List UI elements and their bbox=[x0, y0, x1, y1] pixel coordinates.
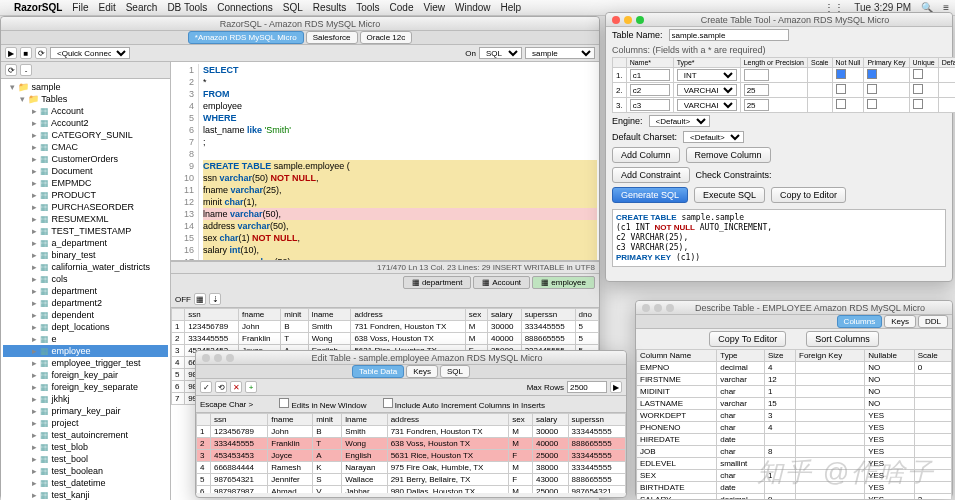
menu-search[interactable]: Search bbox=[126, 2, 158, 13]
unique-check[interactable] bbox=[913, 99, 923, 109]
notnull-check[interactable] bbox=[836, 84, 846, 94]
table-row[interactable]: EMPNOdecimal4NO0 bbox=[637, 362, 952, 374]
edit-table-grid[interactable]: ssnfnameminitlnameaddresssexsalarysupers… bbox=[196, 413, 626, 493]
table-row[interactable]: SALARYdecimal9YES2 bbox=[637, 494, 952, 500]
table-row[interactable]: LASTNAMEvarchar15NO bbox=[637, 398, 952, 410]
tree-table-a_department[interactable]: ▦ a_department bbox=[3, 237, 168, 249]
notnull-check[interactable] bbox=[836, 69, 846, 79]
result-tab-account[interactable]: ▦ Account bbox=[473, 276, 530, 289]
tab-rds[interactable]: *Amazon RDS MySQL Micro bbox=[188, 31, 304, 44]
tree-table-foreign_key_separate[interactable]: ▦ foreign_key_separate bbox=[3, 381, 168, 393]
tree-table-Account[interactable]: ▦ Account bbox=[3, 105, 168, 117]
grid-icon[interactable]: ▦ bbox=[194, 293, 206, 305]
create-table-preview[interactable]: CREATE TABLE sample.sample(c1 INT NOT NU… bbox=[612, 209, 946, 267]
edits-new-window-check[interactable]: Edits in New Window bbox=[279, 398, 366, 410]
tree-table-project[interactable]: ▦ project bbox=[3, 417, 168, 429]
ct-row[interactable]: 3.VARCHAR bbox=[613, 98, 956, 113]
describe-sort-button[interactable]: Sort Columns bbox=[806, 331, 879, 347]
tree-collapse-icon[interactable]: - bbox=[20, 64, 32, 76]
generate-sql-button[interactable]: Generate SQL bbox=[612, 187, 688, 203]
ct-row[interactable]: 2.VARCHAR bbox=[613, 83, 956, 98]
tree-table-binary_test[interactable]: ▦ binary_test bbox=[3, 249, 168, 261]
tree-table-PRODUCT[interactable]: ▦ PRODUCT bbox=[3, 189, 168, 201]
refresh-icon[interactable]: ⟳ bbox=[35, 47, 47, 59]
tree-root[interactable]: 📁 sample bbox=[3, 81, 168, 93]
col-name-input[interactable] bbox=[630, 69, 670, 81]
add-column-button[interactable]: Add Column bbox=[612, 147, 680, 163]
pk-check[interactable] bbox=[867, 69, 877, 79]
lang-select[interactable]: SQL bbox=[479, 47, 522, 59]
result-header[interactable] bbox=[172, 309, 185, 321]
tree-table-california_water_districts[interactable]: ▦ california_water_districts bbox=[3, 261, 168, 273]
tab-oracle[interactable]: Oracle 12c bbox=[360, 31, 413, 44]
add-constraint-button[interactable]: Add Constraint bbox=[612, 167, 690, 183]
table-row[interactable]: 3453453453JoyceAEnglish5631 Rice, Housto… bbox=[197, 450, 626, 462]
tree-table-e[interactable]: ▦ e bbox=[3, 333, 168, 345]
menu-edit[interactable]: Edit bbox=[98, 2, 115, 13]
menu-code[interactable]: Code bbox=[390, 2, 414, 13]
add-row-icon[interactable]: + bbox=[245, 381, 257, 393]
table-row[interactable]: JOBchar8YES bbox=[637, 446, 952, 458]
menu-db tools[interactable]: DB Tools bbox=[167, 2, 207, 13]
include-auto-check[interactable]: Include Auto Increment Columns in Insert… bbox=[383, 398, 546, 410]
charset-select[interactable]: <Default> bbox=[683, 131, 744, 143]
unique-check[interactable] bbox=[913, 84, 923, 94]
tree-table-test_boolean[interactable]: ▦ test_boolean bbox=[3, 465, 168, 477]
quick-connect[interactable]: <Quick Connect> bbox=[50, 47, 130, 59]
result-header[interactable]: address bbox=[351, 309, 465, 321]
describe-tab-ddl[interactable]: DDL bbox=[918, 315, 948, 328]
table-row[interactable]: FIRSTNMEvarchar12NO bbox=[637, 374, 952, 386]
tree-table-test_autoincrement[interactable]: ▦ test_autoincrement bbox=[3, 429, 168, 441]
describe-tab-keys[interactable]: Keys bbox=[884, 315, 916, 328]
result-tab-employee[interactable]: ▦ employee bbox=[532, 276, 595, 289]
col-len-input[interactable] bbox=[744, 99, 769, 111]
tree-refresh-icon[interactable]: ⟳ bbox=[5, 64, 17, 76]
result-header[interactable]: dno bbox=[575, 309, 598, 321]
tree-table-primary_key_pair[interactable]: ▦ primary_key_pair bbox=[3, 405, 168, 417]
schema-select[interactable]: sample bbox=[525, 47, 595, 59]
table-row[interactable]: 2333445555FranklinTWong638 Voss, Houston… bbox=[197, 438, 626, 450]
tree-table-dependent[interactable]: ▦ dependent bbox=[3, 309, 168, 321]
result-header[interactable]: minit bbox=[281, 309, 308, 321]
edit-tab-keys[interactable]: Keys bbox=[406, 365, 438, 378]
describe-tab-columns[interactable]: Columns bbox=[837, 315, 883, 328]
table-row[interactable]: EDLEVELsmallintYES bbox=[637, 458, 952, 470]
col-type-select[interactable]: INT bbox=[677, 69, 737, 81]
col-type-select[interactable]: VARCHAR bbox=[677, 99, 737, 111]
table-row[interactable]: HIREDATEdateYES bbox=[637, 434, 952, 446]
result-header[interactable]: sex bbox=[465, 309, 487, 321]
col-len-input[interactable] bbox=[744, 84, 769, 96]
save-icon[interactable]: ✓ bbox=[200, 381, 212, 393]
tree-table-Account2[interactable]: ▦ Account2 bbox=[3, 117, 168, 129]
tree-table-RESUMEXML[interactable]: ▦ RESUMEXML bbox=[3, 213, 168, 225]
tree-table-EMPMDC[interactable]: ▦ EMPMDC bbox=[3, 177, 168, 189]
table-name-input[interactable] bbox=[669, 29, 789, 41]
tree-table-test_kanji[interactable]: ▦ test_kanji bbox=[3, 489, 168, 500]
exec-icon[interactable]: ▶ bbox=[5, 47, 17, 59]
tree-table-test_bool[interactable]: ▦ test_bool bbox=[3, 453, 168, 465]
tree-table-employee_trigger_test[interactable]: ▦ employee_trigger_test bbox=[3, 357, 168, 369]
remove-column-button[interactable]: Remove Column bbox=[686, 147, 771, 163]
tree-table-employee[interactable]: ▦ employee bbox=[3, 345, 168, 357]
table-row[interactable]: WORKDEPTchar3YES bbox=[637, 410, 952, 422]
col-len-input[interactable] bbox=[744, 69, 769, 81]
result-header[interactable]: superssn bbox=[521, 309, 575, 321]
result-header[interactable]: fname bbox=[239, 309, 281, 321]
edit-tab-data[interactable]: Table Data bbox=[352, 365, 404, 378]
go-icon[interactable]: ▶ bbox=[610, 381, 622, 393]
describe-grid[interactable]: Column NameTypeSizeForeign KeyNullableSc… bbox=[636, 349, 952, 499]
notnull-check[interactable] bbox=[836, 99, 846, 109]
menu-view[interactable]: View bbox=[423, 2, 445, 13]
table-row[interactable]: BIRTHDATEdateYES bbox=[637, 482, 952, 494]
result-header[interactable]: salary bbox=[488, 309, 522, 321]
tree-table-Document[interactable]: ▦ Document bbox=[3, 165, 168, 177]
col-name-input[interactable] bbox=[630, 84, 670, 96]
edit-tab-sql[interactable]: SQL bbox=[440, 365, 470, 378]
tree-table-department[interactable]: ▦ department bbox=[3, 285, 168, 297]
menu-results[interactable]: Results bbox=[313, 2, 346, 13]
undo-icon[interactable]: ⟲ bbox=[215, 381, 227, 393]
export-icon[interactable]: ⇣ bbox=[209, 293, 221, 305]
tree-table-PURCHASEORDER[interactable]: ▦ PURCHASEORDER bbox=[3, 201, 168, 213]
tree-table-CMAC[interactable]: ▦ CMAC bbox=[3, 141, 168, 153]
tree-table-test_blob[interactable]: ▦ test_blob bbox=[3, 441, 168, 453]
